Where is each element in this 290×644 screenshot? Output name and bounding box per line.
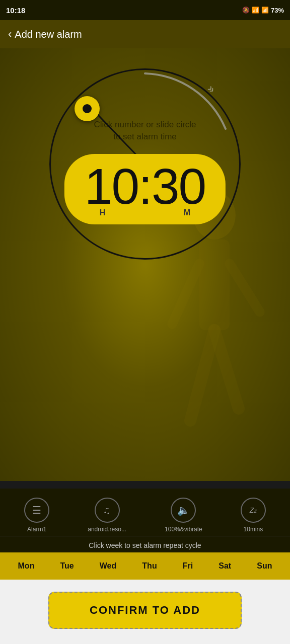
ringtone-setting[interactable]: ♫ android.reso...	[88, 498, 126, 533]
time-colon: :	[138, 158, 152, 214]
minutes-label: M	[184, 208, 190, 217]
settings-row: ☰ Alarm1 ♫ android.reso... 🔈 100%&vibrat…	[0, 489, 290, 536]
status-time: 10:18	[6, 6, 25, 15]
signal-icon: 📶	[261, 7, 269, 14]
alarm-name-icon: ☰	[24, 498, 49, 523]
back-button[interactable]: ‹ Add new alarm	[8, 28, 82, 41]
day-thu[interactable]: Thu	[139, 559, 160, 573]
instruction-text: Click number or slide circle to set alar…	[90, 119, 200, 143]
bottom-panel: ☰ Alarm1 ♫ android.reso... 🔈 100%&vibrat…	[0, 489, 290, 644]
week-instruction: Click week to set alarm repeat cycle	[0, 536, 290, 552]
status-icons: 🔕 📶 📶 73%	[242, 7, 284, 14]
status-bar: 10:18 🔕 📶 📶 73%	[0, 0, 290, 20]
snooze-label: 10mins	[244, 526, 263, 533]
snooze-setting[interactable]: Zz 10mins	[241, 498, 266, 533]
clock-container[interactable]: » Click number or slide circle to set al…	[49, 68, 241, 260]
main-content: » Click number or slide circle to set al…	[0, 48, 290, 481]
confirm-label: CONFIRM TO ADD	[90, 604, 200, 616]
days-row: Mon Tue Wed Thu Fri Sat Sun	[0, 552, 290, 580]
time-value: 10:30	[85, 161, 205, 211]
battery-indicator: 73%	[271, 7, 284, 14]
time-hours[interactable]: 10	[85, 158, 138, 214]
day-tue[interactable]: Tue	[57, 559, 77, 573]
day-sat[interactable]: Sat	[215, 559, 234, 573]
svg-line-5	[230, 264, 260, 312]
mute-icon: 🔕	[242, 7, 250, 14]
day-mon[interactable]: Mon	[15, 559, 38, 573]
svg-line-2	[190, 330, 214, 421]
clock-handle[interactable]	[75, 96, 100, 121]
day-fri[interactable]: Fri	[180, 559, 196, 573]
volume-setting[interactable]: 🔈 100%&vibrate	[165, 498, 202, 533]
volume-icon: 🔈	[171, 498, 196, 523]
svg-line-3	[214, 330, 239, 409]
day-wed[interactable]: Wed	[97, 559, 119, 573]
volume-label: 100%&vibrate	[165, 526, 202, 533]
confirm-button[interactable]: CONFIRM TO ADD	[48, 592, 242, 629]
clock-handle-dot	[83, 104, 92, 113]
snooze-icon: Zz	[241, 498, 266, 523]
wifi-icon: 📶	[252, 7, 259, 14]
time-display[interactable]: 10:30 H M	[64, 154, 226, 224]
day-sun[interactable]: Sun	[254, 559, 275, 573]
alarm-name-label: Alarm1	[27, 526, 46, 533]
hours-label: H	[100, 208, 106, 217]
time-minutes[interactable]: 30	[152, 158, 205, 214]
alarm-name-setting[interactable]: ☰ Alarm1	[24, 498, 49, 533]
page-title: Add new alarm	[15, 29, 82, 40]
confirm-area: CONFIRM TO ADD	[0, 580, 290, 644]
ringtone-icon: ♫	[95, 498, 120, 523]
top-bar: ‹ Add new alarm	[0, 20, 290, 48]
ringtone-label: android.reso...	[88, 526, 126, 533]
svg-line-4	[172, 264, 199, 324]
back-icon: ‹	[8, 28, 12, 41]
